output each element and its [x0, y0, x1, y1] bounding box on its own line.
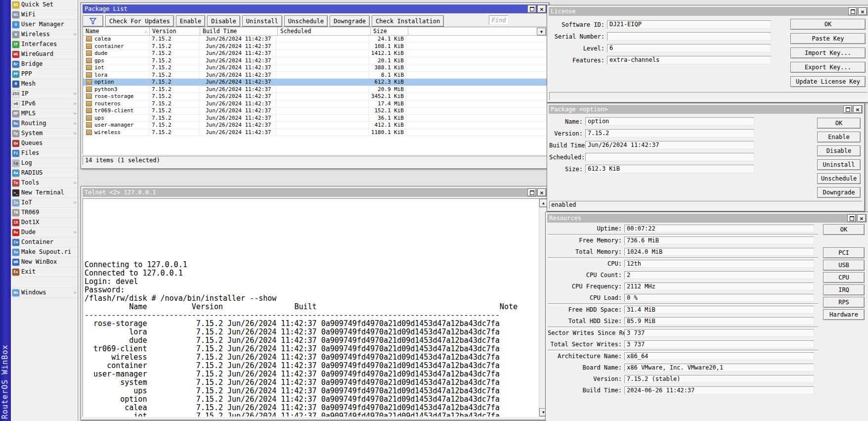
- sidebar-item[interactable]: Su Make Supout.rif: [11, 247, 78, 257]
- build-time-field[interactable]: 2024-06-26 11:42:37: [624, 386, 814, 394]
- window-titlebar[interactable]: Telnet <2> 127.0.0.1: [83, 188, 547, 197]
- sidebar-item[interactable]: PP PPP: [11, 69, 78, 79]
- cpu-button[interactable]: CPU: [823, 272, 865, 283]
- table-row[interactable]: iot 7.15.2 Jun/26/2024 11:42:37 388.1 Ki…: [83, 64, 547, 72]
- check-for-updates-button[interactable]: Check For Updates: [105, 15, 174, 27]
- sidebar-item[interactable]: Du Dude: [11, 228, 78, 237]
- sidebar-item[interactable]: W Wireless: [11, 30, 78, 40]
- level-field[interactable]: 6: [607, 44, 771, 52]
- scroll-up-icon[interactable]: ▲: [539, 199, 547, 207]
- sidebar-item[interactable]: MP MPLS: [11, 109, 78, 119]
- table-row[interactable]: ups 7.15.2 Jun/26/2024 11:42:37 36.1 KiB: [83, 115, 547, 122]
- filter-button[interactable]: [83, 15, 103, 27]
- close-icon[interactable]: [858, 7, 867, 15]
- window-titlebar[interactable]: Package <option>: [549, 105, 863, 114]
- sidebar-item[interactable]: 1X Dot1X: [11, 218, 78, 228]
- free-hdd-space-field[interactable]: 31.4 MiB: [624, 306, 814, 314]
- package-scheduled-field[interactable]: [585, 153, 754, 161]
- package-version-field[interactable]: 7.15.2: [585, 129, 754, 138]
- uninstall-button[interactable]: Uninstall: [242, 15, 282, 27]
- package-name-field[interactable]: option: [585, 117, 754, 126]
- column-header-name[interactable]: Name△: [83, 27, 150, 35]
- board-name-field[interactable]: x86 VMware, Inc. VMware20,1: [624, 364, 814, 372]
- sidebar-item[interactable]: TR TR069: [11, 208, 78, 218]
- total-memory-field[interactable]: 1024.0 MiB: [624, 248, 814, 256]
- sidebar-item[interactable]: >_ New Terminal: [11, 188, 78, 198]
- close-icon[interactable]: [537, 188, 546, 196]
- license-ok-button[interactable]: OK: [790, 19, 866, 30]
- column-header-version[interactable]: Version: [150, 27, 200, 35]
- window-titlebar[interactable]: License: [549, 7, 868, 16]
- column-header-build-time[interactable]: Build Time: [200, 27, 278, 35]
- maximize-icon[interactable]: [527, 188, 536, 196]
- close-icon[interactable]: [857, 214, 866, 222]
- architecture-name-field[interactable]: x86_64: [624, 352, 814, 360]
- table-row[interactable]: gps 7.15.2 Jun/26/2024 11:42:37 20.1 KiB: [83, 57, 547, 65]
- sidebar-item[interactable]: v6 IPv6: [11, 99, 78, 109]
- column-header-scheduled[interactable]: Scheduled: [278, 27, 371, 35]
- sidebar-item[interactable]: Ro Routing: [11, 119, 78, 129]
- unschedule-button[interactable]: Unschedule: [284, 15, 328, 27]
- sidebar-item[interactable]: Qu Queues: [11, 139, 78, 148]
- sector-writes-since-reboot-field[interactable]: 3 737: [624, 329, 814, 337]
- sidebar-item[interactable]: Br Bridge: [11, 59, 78, 69]
- update-license-key-button[interactable]: Update License Key: [790, 76, 866, 87]
- sidebar-item[interactable]: Wi WiFi: [11, 10, 78, 20]
- maximize-icon[interactable]: [527, 5, 536, 13]
- software-id-field[interactable]: DJ21-EIQP: [607, 20, 771, 29]
- usb-button[interactable]: USB: [823, 260, 865, 271]
- sidebar-item[interactable]: QS Quick Set: [11, 0, 78, 10]
- table-row[interactable]: tr069-client 7.15.2 Jun/26/2024 11:42:37…: [83, 107, 547, 115]
- terminal-content[interactable]: Connecting to 127.0.0.1Connected to 127.…: [83, 198, 547, 417]
- package-disable-button[interactable]: Disable: [817, 145, 861, 156]
- table-row[interactable]: calea 7.15.2 Jun/26/2024 11:42:37 24.1 K…: [83, 36, 547, 43]
- sidebar-item[interactable]: WB New WinBox: [11, 257, 78, 267]
- table-row[interactable]: container 7.15.2 Jun/26/2024 11:42:37 10…: [83, 43, 547, 50]
- paste-key-button[interactable]: Paste Key: [790, 33, 866, 44]
- free-memory-field[interactable]: 736.6 MiB: [624, 236, 814, 244]
- sidebar-item-windows[interactable]: Wn Windows: [11, 287, 78, 298]
- sidebar-item[interactable]: IF Interfaces: [11, 40, 78, 49]
- total-sector-writes-field[interactable]: 3 737: [624, 340, 814, 348]
- package-unschedule-button[interactable]: Unschedule: [817, 173, 861, 184]
- cpu-count-field[interactable]: 2: [624, 271, 814, 279]
- sidebar-item[interactable]: Co Container: [11, 237, 78, 247]
- version-field[interactable]: 7.15.2 (stable): [624, 375, 814, 383]
- sidebar-item[interactable]: Fi Files: [11, 148, 78, 158]
- window-titlebar[interactable]: Package List: [83, 4, 547, 13]
- pci-button[interactable]: PCI: [823, 247, 865, 258]
- table-row[interactable]: option 7.15.2 Jun/26/2024 11:42:37 612.3…: [83, 79, 547, 86]
- check-installation-button[interactable]: Check Installation: [372, 15, 444, 27]
- table-row[interactable]: dude 7.15.2 Jun/26/2024 11:42:37 1412.1 …: [83, 50, 547, 57]
- maximize-icon[interactable]: [848, 7, 857, 15]
- serial-number-field[interactable]: [607, 32, 771, 41]
- sidebar-item[interactable]: Ex Exit: [11, 267, 78, 277]
- package-enable-button[interactable]: Enable: [817, 132, 861, 142]
- enable-button[interactable]: Enable: [176, 15, 205, 27]
- package-build-time-field[interactable]: Jun/26/2024 11:42:37: [585, 141, 754, 149]
- rps-button[interactable]: RPS: [823, 297, 865, 308]
- table-row[interactable]: wireless 7.15.2 Jun/26/2024 11:42:37 118…: [83, 129, 547, 137]
- package-ok-button[interactable]: OK: [817, 118, 861, 129]
- irq-button[interactable]: IRQ: [823, 284, 865, 295]
- downgrade-button[interactable]: Downgrade: [330, 15, 370, 27]
- export-key-button[interactable]: Export Key...: [790, 62, 866, 73]
- import-key-button[interactable]: Import Key...: [790, 47, 866, 58]
- maximize-icon[interactable]: [847, 214, 856, 222]
- resources-ok-button[interactable]: OK: [823, 224, 865, 235]
- table-row[interactable]: user-manager 7.15.2 Jun/26/2024 11:42:37…: [83, 122, 547, 129]
- table-row[interactable]: lora 7.15.2 Jun/26/2024 11:42:37 8.1 KiB: [83, 72, 547, 79]
- cpu-load-field[interactable]: 0 %: [624, 294, 814, 302]
- cpu-frequency-field[interactable]: 2112 MHz: [624, 282, 814, 290]
- sidebar-item[interactable]: Sy System: [11, 129, 78, 139]
- table-row[interactable]: python3 7.15.2 Jun/26/2024 11:42:37 20.9…: [83, 86, 547, 94]
- package-uninstall-button[interactable]: Uninstall: [817, 159, 861, 170]
- close-icon[interactable]: [853, 105, 862, 113]
- sidebar-item[interactable]: 255 IP: [11, 89, 78, 99]
- features-field[interactable]: extra-channels: [607, 56, 771, 64]
- table-row[interactable]: rose-storage 7.15.2 Jun/26/2024 11:42:37…: [83, 93, 547, 100]
- sidebar-item[interactable]: To Tools: [11, 178, 78, 188]
- column-select-dropdown[interactable]: ▼: [537, 28, 546, 36]
- package-size-field[interactable]: 612.3 KiB: [585, 165, 754, 173]
- total-hdd-size-field[interactable]: 85.9 MiB: [624, 317, 814, 325]
